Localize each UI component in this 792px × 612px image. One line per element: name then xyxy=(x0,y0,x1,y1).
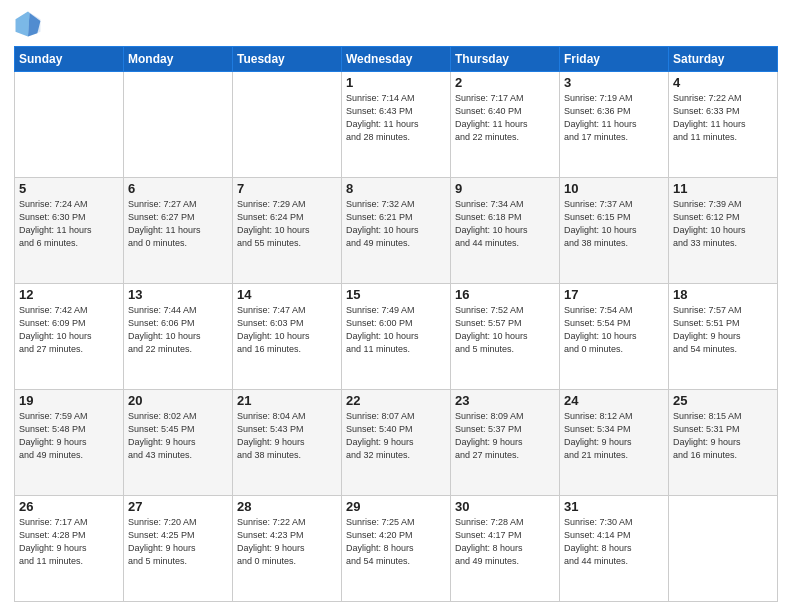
day-number: 13 xyxy=(128,287,228,302)
day-number: 24 xyxy=(564,393,664,408)
weekday-header-monday: Monday xyxy=(124,47,233,72)
svg-marker-2 xyxy=(16,12,30,37)
day-number: 18 xyxy=(673,287,773,302)
calendar-cell: 10Sunrise: 7:37 AM Sunset: 6:15 PM Dayli… xyxy=(560,178,669,284)
day-info: Sunrise: 7:20 AM Sunset: 4:25 PM Dayligh… xyxy=(128,516,228,568)
calendar-cell: 27Sunrise: 7:20 AM Sunset: 4:25 PM Dayli… xyxy=(124,496,233,602)
day-info: Sunrise: 7:19 AM Sunset: 6:36 PM Dayligh… xyxy=(564,92,664,144)
calendar-cell: 22Sunrise: 8:07 AM Sunset: 5:40 PM Dayli… xyxy=(342,390,451,496)
calendar-week-4: 19Sunrise: 7:59 AM Sunset: 5:48 PM Dayli… xyxy=(15,390,778,496)
day-number: 28 xyxy=(237,499,337,514)
calendar-cell xyxy=(669,496,778,602)
calendar-cell: 21Sunrise: 8:04 AM Sunset: 5:43 PM Dayli… xyxy=(233,390,342,496)
calendar-cell: 30Sunrise: 7:28 AM Sunset: 4:17 PM Dayli… xyxy=(451,496,560,602)
calendar-cell: 13Sunrise: 7:44 AM Sunset: 6:06 PM Dayli… xyxy=(124,284,233,390)
day-info: Sunrise: 7:28 AM Sunset: 4:17 PM Dayligh… xyxy=(455,516,555,568)
calendar-cell: 7Sunrise: 7:29 AM Sunset: 6:24 PM Daylig… xyxy=(233,178,342,284)
logo xyxy=(14,10,46,38)
day-info: Sunrise: 7:59 AM Sunset: 5:48 PM Dayligh… xyxy=(19,410,119,462)
day-number: 26 xyxy=(19,499,119,514)
calendar-cell: 2Sunrise: 7:17 AM Sunset: 6:40 PM Daylig… xyxy=(451,72,560,178)
calendar-cell: 14Sunrise: 7:47 AM Sunset: 6:03 PM Dayli… xyxy=(233,284,342,390)
calendar-cell: 6Sunrise: 7:27 AM Sunset: 6:27 PM Daylig… xyxy=(124,178,233,284)
calendar-cell: 15Sunrise: 7:49 AM Sunset: 6:00 PM Dayli… xyxy=(342,284,451,390)
day-number: 11 xyxy=(673,181,773,196)
day-info: Sunrise: 7:52 AM Sunset: 5:57 PM Dayligh… xyxy=(455,304,555,356)
calendar-cell: 26Sunrise: 7:17 AM Sunset: 4:28 PM Dayli… xyxy=(15,496,124,602)
day-number: 15 xyxy=(346,287,446,302)
day-info: Sunrise: 8:12 AM Sunset: 5:34 PM Dayligh… xyxy=(564,410,664,462)
day-info: Sunrise: 8:15 AM Sunset: 5:31 PM Dayligh… xyxy=(673,410,773,462)
day-info: Sunrise: 7:17 AM Sunset: 6:40 PM Dayligh… xyxy=(455,92,555,144)
calendar-cell: 23Sunrise: 8:09 AM Sunset: 5:37 PM Dayli… xyxy=(451,390,560,496)
day-info: Sunrise: 7:39 AM Sunset: 6:12 PM Dayligh… xyxy=(673,198,773,250)
calendar-cell: 16Sunrise: 7:52 AM Sunset: 5:57 PM Dayli… xyxy=(451,284,560,390)
day-number: 3 xyxy=(564,75,664,90)
day-number: 22 xyxy=(346,393,446,408)
day-number: 8 xyxy=(346,181,446,196)
day-number: 19 xyxy=(19,393,119,408)
calendar-cell: 17Sunrise: 7:54 AM Sunset: 5:54 PM Dayli… xyxy=(560,284,669,390)
day-info: Sunrise: 8:07 AM Sunset: 5:40 PM Dayligh… xyxy=(346,410,446,462)
day-number: 7 xyxy=(237,181,337,196)
calendar-cell xyxy=(124,72,233,178)
calendar-week-5: 26Sunrise: 7:17 AM Sunset: 4:28 PM Dayli… xyxy=(15,496,778,602)
day-info: Sunrise: 7:22 AM Sunset: 6:33 PM Dayligh… xyxy=(673,92,773,144)
day-info: Sunrise: 7:22 AM Sunset: 4:23 PM Dayligh… xyxy=(237,516,337,568)
day-number: 21 xyxy=(237,393,337,408)
day-number: 31 xyxy=(564,499,664,514)
day-number: 27 xyxy=(128,499,228,514)
header xyxy=(14,10,778,38)
logo-icon xyxy=(14,10,42,38)
day-info: Sunrise: 7:57 AM Sunset: 5:51 PM Dayligh… xyxy=(673,304,773,356)
calendar-header-row: SundayMondayTuesdayWednesdayThursdayFrid… xyxy=(15,47,778,72)
day-info: Sunrise: 7:44 AM Sunset: 6:06 PM Dayligh… xyxy=(128,304,228,356)
day-info: Sunrise: 8:02 AM Sunset: 5:45 PM Dayligh… xyxy=(128,410,228,462)
svg-marker-1 xyxy=(28,13,40,36)
calendar-cell xyxy=(15,72,124,178)
day-info: Sunrise: 7:29 AM Sunset: 6:24 PM Dayligh… xyxy=(237,198,337,250)
calendar-table: SundayMondayTuesdayWednesdayThursdayFrid… xyxy=(14,46,778,602)
calendar-week-3: 12Sunrise: 7:42 AM Sunset: 6:09 PM Dayli… xyxy=(15,284,778,390)
calendar-cell: 19Sunrise: 7:59 AM Sunset: 5:48 PM Dayli… xyxy=(15,390,124,496)
calendar-cell: 18Sunrise: 7:57 AM Sunset: 5:51 PM Dayli… xyxy=(669,284,778,390)
day-number: 17 xyxy=(564,287,664,302)
day-info: Sunrise: 7:30 AM Sunset: 4:14 PM Dayligh… xyxy=(564,516,664,568)
day-number: 25 xyxy=(673,393,773,408)
day-number: 30 xyxy=(455,499,555,514)
calendar-cell: 28Sunrise: 7:22 AM Sunset: 4:23 PM Dayli… xyxy=(233,496,342,602)
calendar-cell: 1Sunrise: 7:14 AM Sunset: 6:43 PM Daylig… xyxy=(342,72,451,178)
calendar-cell: 3Sunrise: 7:19 AM Sunset: 6:36 PM Daylig… xyxy=(560,72,669,178)
calendar-cell: 24Sunrise: 8:12 AM Sunset: 5:34 PM Dayli… xyxy=(560,390,669,496)
day-number: 29 xyxy=(346,499,446,514)
calendar-week-2: 5Sunrise: 7:24 AM Sunset: 6:30 PM Daylig… xyxy=(15,178,778,284)
calendar-cell: 20Sunrise: 8:02 AM Sunset: 5:45 PM Dayli… xyxy=(124,390,233,496)
day-info: Sunrise: 8:04 AM Sunset: 5:43 PM Dayligh… xyxy=(237,410,337,462)
weekday-header-friday: Friday xyxy=(560,47,669,72)
weekday-header-thursday: Thursday xyxy=(451,47,560,72)
day-number: 16 xyxy=(455,287,555,302)
day-info: Sunrise: 7:24 AM Sunset: 6:30 PM Dayligh… xyxy=(19,198,119,250)
day-info: Sunrise: 7:17 AM Sunset: 4:28 PM Dayligh… xyxy=(19,516,119,568)
calendar-cell: 31Sunrise: 7:30 AM Sunset: 4:14 PM Dayli… xyxy=(560,496,669,602)
day-number: 1 xyxy=(346,75,446,90)
page: SundayMondayTuesdayWednesdayThursdayFrid… xyxy=(0,0,792,612)
calendar-cell xyxy=(233,72,342,178)
calendar-cell: 8Sunrise: 7:32 AM Sunset: 6:21 PM Daylig… xyxy=(342,178,451,284)
day-info: Sunrise: 7:47 AM Sunset: 6:03 PM Dayligh… xyxy=(237,304,337,356)
day-number: 5 xyxy=(19,181,119,196)
weekday-header-tuesday: Tuesday xyxy=(233,47,342,72)
weekday-header-sunday: Sunday xyxy=(15,47,124,72)
day-info: Sunrise: 7:27 AM Sunset: 6:27 PM Dayligh… xyxy=(128,198,228,250)
calendar-cell: 25Sunrise: 8:15 AM Sunset: 5:31 PM Dayli… xyxy=(669,390,778,496)
day-number: 10 xyxy=(564,181,664,196)
day-number: 6 xyxy=(128,181,228,196)
day-info: Sunrise: 7:14 AM Sunset: 6:43 PM Dayligh… xyxy=(346,92,446,144)
calendar-cell: 12Sunrise: 7:42 AM Sunset: 6:09 PM Dayli… xyxy=(15,284,124,390)
day-number: 2 xyxy=(455,75,555,90)
day-info: Sunrise: 8:09 AM Sunset: 5:37 PM Dayligh… xyxy=(455,410,555,462)
day-info: Sunrise: 7:32 AM Sunset: 6:21 PM Dayligh… xyxy=(346,198,446,250)
day-info: Sunrise: 7:54 AM Sunset: 5:54 PM Dayligh… xyxy=(564,304,664,356)
calendar-cell: 5Sunrise: 7:24 AM Sunset: 6:30 PM Daylig… xyxy=(15,178,124,284)
calendar-cell: 29Sunrise: 7:25 AM Sunset: 4:20 PM Dayli… xyxy=(342,496,451,602)
